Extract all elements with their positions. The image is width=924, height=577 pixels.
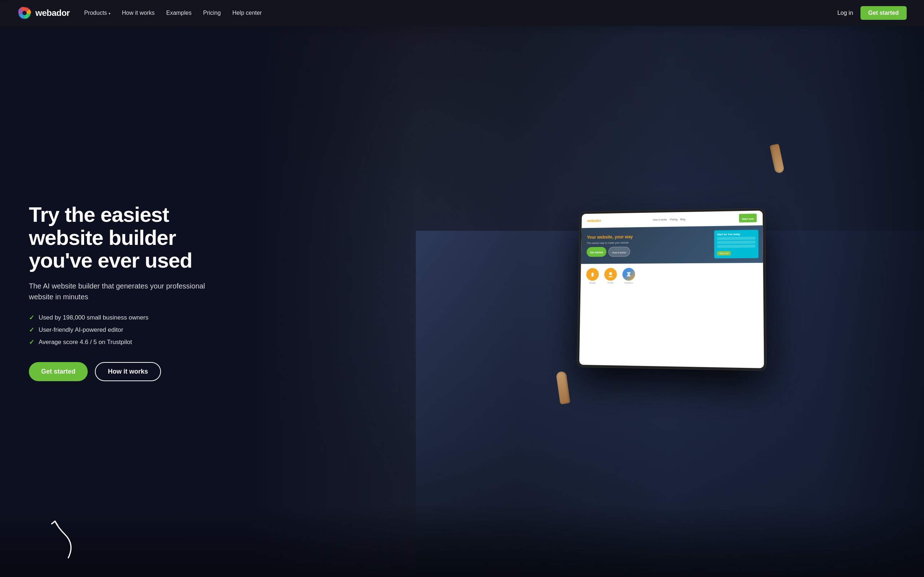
mini-nav-link-2: Pricing: [670, 218, 677, 220]
webador-logo-icon: [17, 6, 32, 20]
checklist-item-2: ✓ User-friendly AI-powered editor: [29, 326, 224, 334]
svg-point-1: [23, 11, 27, 15]
nav-item-help-center[interactable]: Help center: [233, 10, 262, 16]
mini-hero-text: Your website, your way: [587, 234, 667, 240]
tablet-device: webador How it works Pricing Blog Start …: [577, 208, 766, 371]
nav-item-examples[interactable]: Examples: [166, 10, 191, 16]
mini-content-section: Design Profile: [580, 263, 763, 288]
hero-section: webador How it works Pricing Blog Start …: [0, 0, 924, 577]
checklist-text-1: Used by 198,000 small business owners: [39, 314, 149, 321]
mini-icon-item-2: Profile: [604, 268, 617, 284]
nav-link-products[interactable]: Products: [84, 10, 107, 16]
logo-text: webador: [36, 8, 69, 18]
mini-icon-label-3: Analytics: [624, 282, 633, 284]
mini-icon-1: [586, 268, 599, 280]
curved-arrow-container: [47, 518, 83, 562]
check-icon-1: ✓: [29, 314, 34, 322]
navbar-right: Log in Get started: [837, 6, 907, 20]
nav-link-help-center[interactable]: Help center: [233, 10, 262, 16]
mini-cta-box: Start for free today Start now: [714, 230, 759, 258]
nav-links: Products ▾ How it works Examples Pricing…: [84, 10, 262, 16]
dark-overlay-bottom: [0, 505, 924, 577]
mini-logo-text: webador: [587, 219, 601, 222]
nav-link-pricing[interactable]: Pricing: [203, 10, 221, 16]
nav-item-pricing[interactable]: Pricing: [203, 10, 221, 16]
products-dropdown-arrow: ▾: [109, 11, 110, 16]
mini-icon-item-3: Analytics: [622, 268, 635, 284]
person-scene: webador How it works Pricing Blog Start …: [416, 0, 924, 577]
hero-buttons: Get started How it works: [29, 362, 224, 381]
hand-thumb-right: [772, 144, 782, 173]
hero-content: Try the easiest website builder you've e…: [0, 160, 253, 417]
mini-cta-field-1: [717, 237, 756, 240]
mini-cta-field-3: [717, 245, 756, 248]
get-started-hero-button[interactable]: Get started: [29, 362, 88, 381]
tablet-screen: webador How it works Pricing Blog Start …: [579, 211, 764, 368]
mini-icon-item-1: Design: [586, 268, 599, 284]
mini-icons-row: Design Profile: [586, 267, 757, 284]
checklist-item-3: ✓ Average score 4.6 / 5 on Trustpilot: [29, 338, 224, 346]
svg-point-3: [609, 272, 612, 275]
nav-link-examples[interactable]: Examples: [166, 10, 191, 16]
mini-cta-button: Start now: [717, 251, 731, 255]
check-icon-3: ✓: [29, 338, 34, 346]
mini-hero-section: Your website, your way The easiest way t…: [581, 226, 763, 264]
mini-cta-field-2: [717, 240, 756, 244]
hero-title: Try the easiest website builder you've e…: [29, 203, 224, 272]
navbar-left: webador Products ▾ How it works Examples…: [17, 6, 262, 20]
nav-item-products[interactable]: Products ▾: [84, 10, 110, 16]
curved-arrow-icon: [47, 518, 83, 561]
hero-subtitle: The AI website builder that generates yo…: [29, 280, 216, 302]
nav-item-how-it-works[interactable]: How it works: [122, 10, 155, 16]
checklist-text-3: Average score 4.6 / 5 on Trustpilot: [39, 338, 132, 346]
login-button[interactable]: Log in: [837, 10, 853, 16]
mini-icon-3: [622, 268, 635, 280]
get-started-nav-button[interactable]: Get started: [861, 6, 907, 20]
checklist-item-1: ✓ Used by 198,000 small business owners: [29, 314, 224, 322]
mini-icon-label-1: Design: [589, 282, 596, 284]
check-icon-2: ✓: [29, 326, 34, 334]
mini-nav-link-1: How it works: [653, 218, 667, 221]
hand-thumb-left: [558, 371, 568, 404]
how-it-works-hero-button[interactable]: How it works: [95, 362, 161, 381]
mini-icon-label-2: Profile: [607, 282, 614, 284]
mini-hero-sub: The easiest way to create your website: [587, 241, 667, 244]
navbar: webador Products ▾ How it works Examples…: [0, 0, 924, 26]
svg-rect-2: [591, 274, 594, 277]
logo-link[interactable]: webador: [17, 6, 69, 20]
mini-nav-links: How it works Pricing Blog: [653, 218, 685, 221]
mini-icon-2: [604, 268, 617, 280]
mini-nav-link-3: Blog: [680, 218, 685, 220]
hero-checklist: ✓ Used by 198,000 small business owners …: [29, 314, 224, 346]
checklist-text-2: User-friendly AI-powered editor: [39, 326, 123, 334]
nav-link-how-it-works[interactable]: How it works: [122, 10, 155, 16]
